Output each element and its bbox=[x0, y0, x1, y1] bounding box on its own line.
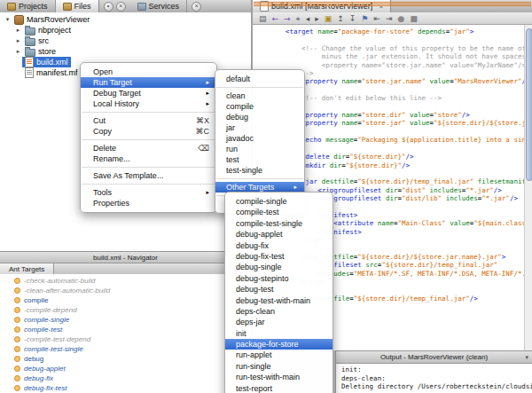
expander-icon[interactable]: ▸ bbox=[14, 27, 22, 34]
menu-item-deps-clean[interactable]: deps-clean bbox=[225, 306, 332, 317]
last-edit-icon[interactable]: ▤ bbox=[259, 13, 267, 24]
menu-item-default[interactable]: default bbox=[215, 74, 304, 84]
menu-item-debug-test[interactable]: debug-test bbox=[225, 284, 332, 295]
find-next-icon[interactable]: ▸ bbox=[315, 13, 319, 24]
navigator-title: build.xml - Navigator bbox=[93, 254, 158, 262]
menu-item-tools[interactable]: Tools▸ bbox=[81, 187, 216, 198]
ant-target-compile-single[interactable]: compile-single bbox=[0, 315, 251, 325]
menu-item-rename[interactable]: Rename... bbox=[81, 153, 216, 164]
shift-line-left-icon[interactable]: ⇤ bbox=[373, 13, 380, 24]
menu-item-compile-single[interactable]: compile-single bbox=[225, 196, 332, 207]
menu-item-properties[interactable]: Properties bbox=[81, 198, 216, 208]
menu-item-test-single[interactable]: test-single bbox=[215, 165, 304, 176]
code-line: minus the .jar extension. It should not … bbox=[286, 52, 532, 60]
menu-item-debug-fix-test[interactable]: debug-fix-test bbox=[225, 251, 332, 262]
menu-item-debug-single[interactable]: debug-single bbox=[225, 262, 332, 272]
menu-item-debug-applet[interactable]: debug-applet bbox=[225, 229, 332, 240]
toggle-highlight-search-icon[interactable]: ▣ bbox=[325, 13, 332, 24]
ant-target-debug[interactable]: debug bbox=[0, 354, 251, 364]
menu-item-package-for-store[interactable]: package-for-store bbox=[225, 339, 332, 350]
ant-target-icon bbox=[14, 346, 20, 352]
code-line: <echo message="Packaging ${application.t… bbox=[286, 136, 532, 144]
back-icon[interactable]: ← bbox=[272, 13, 279, 24]
ant-target-compile-test-depend[interactable]: -compile-test-depend bbox=[0, 334, 251, 344]
find-selection-icon[interactable]: ⌖ bbox=[296, 13, 301, 24]
menu-item-debug-test-with-main[interactable]: debug-test-with-main bbox=[225, 295, 332, 306]
tab-services[interactable]: Services bbox=[130, 0, 188, 12]
menu-item-test-report[interactable]: test-report bbox=[225, 383, 332, 393]
tab-build-xml[interactable]: build.xml [MarsRoverViewer] × bbox=[253, 0, 391, 12]
menu-item-clean[interactable]: clean bbox=[215, 90, 304, 101]
menu-item-label: debug-stepinto bbox=[236, 273, 289, 284]
tab-projects[interactable]: Projects bbox=[0, 0, 56, 12]
menu-item-run-test-with-main[interactable]: run-test-with-main bbox=[225, 372, 332, 382]
menu-item-debug[interactable]: debug bbox=[215, 112, 304, 122]
find-previous-icon[interactable]: ◂ bbox=[306, 13, 310, 24]
scrollbar-thumb[interactable] bbox=[526, 28, 532, 181]
menu-item-delete[interactable]: Delete⌫ bbox=[81, 143, 216, 153]
tree-item-store[interactable]: ▸store bbox=[0, 46, 251, 57]
menu-item-label: Debug Target bbox=[93, 88, 141, 98]
menu-item-test[interactable]: test bbox=[215, 154, 304, 165]
menu-separator bbox=[216, 87, 303, 88]
expander-icon[interactable]: ▾ bbox=[4, 16, 12, 23]
tree-item-src[interactable]: ▸src bbox=[0, 35, 251, 46]
next-bookmark-icon[interactable]: ↧ bbox=[349, 13, 356, 24]
menu-item-run[interactable]: run bbox=[215, 144, 304, 154]
ant-target-compile[interactable]: compile bbox=[0, 295, 251, 305]
editor-scrollbar[interactable] bbox=[524, 25, 532, 350]
stop-macro-icon[interactable]: ■ bbox=[410, 13, 418, 24]
menu-item-copy[interactable]: Copy⌘C bbox=[81, 126, 216, 137]
menu-item-label: compile-test-single bbox=[236, 218, 302, 229]
ant-target-compile-test[interactable]: compile-test bbox=[0, 325, 251, 334]
submenu-arrow-icon: ▸ bbox=[206, 77, 209, 88]
ant-target-compile-test-single[interactable]: compile-test-single bbox=[0, 344, 251, 354]
menu-item-init[interactable]: init bbox=[225, 328, 332, 339]
tree-item-nbproject[interactable]: ▸nbproject bbox=[0, 25, 251, 35]
menu-item-cut[interactable]: Cut⌘X bbox=[81, 115, 216, 126]
toggle-bookmark-icon[interactable]: ⚑ bbox=[361, 13, 368, 24]
ant-target-debug-applet[interactable]: debug-applet bbox=[0, 364, 251, 373]
other-targets-submenu: compile-singlecompile-testcompile-test-s… bbox=[224, 192, 333, 393]
expander-icon[interactable]: ▸ bbox=[14, 37, 22, 44]
menu-item-run-single[interactable]: run-single bbox=[225, 361, 332, 372]
close-window-icon[interactable]: × bbox=[192, 2, 201, 12]
collapse-output-icon[interactable]: ▾ bbox=[525, 354, 528, 361]
ant-target-check-automatic-build[interactable]: -check-automatic-build bbox=[0, 276, 251, 286]
menu-item-compile[interactable]: compile bbox=[215, 101, 304, 112]
ant-target-clean-after-automatic-build[interactable]: -clean-after-automatic-build bbox=[0, 286, 251, 295]
ant-target-compile-depend[interactable]: -compile-depend bbox=[0, 305, 251, 315]
menu-item-open[interactable]: Open bbox=[81, 67, 216, 77]
menu-item-debug-stepinto[interactable]: debug-stepinto bbox=[225, 273, 332, 284]
tab-files[interactable]: Files bbox=[56, 0, 99, 12]
menu-item-label: debug-applet bbox=[236, 229, 283, 240]
ant-target-icon bbox=[14, 356, 20, 362]
ant-target-icon bbox=[14, 307, 20, 313]
menu-item-save-as-template[interactable]: Save As Template... bbox=[81, 170, 216, 181]
expander-icon[interactable]: ▸ bbox=[14, 48, 22, 55]
menu-item-run-target[interactable]: Run Target▸ bbox=[81, 77, 216, 88]
start-macro-icon[interactable]: ● bbox=[398, 13, 405, 24]
ant-target-label: compile bbox=[24, 296, 49, 304]
ant-target-debug-fix[interactable]: debug-fix bbox=[0, 373, 251, 383]
tree-item-marsroverviewer[interactable]: ▾MarsRoverViewer bbox=[0, 14, 251, 25]
menu-item-run-applet[interactable]: run-applet bbox=[225, 350, 332, 360]
previous-bookmark-icon[interactable]: ↥ bbox=[337, 13, 344, 24]
menu-item-debug-fix[interactable]: debug-fix bbox=[225, 240, 332, 251]
menu-item-javadoc[interactable]: javadoc bbox=[215, 133, 304, 144]
menu-item-label: javadoc bbox=[226, 133, 254, 144]
output-header[interactable]: Output - MarsRoverViewer (clean) ▾ bbox=[336, 350, 532, 364]
submenu-arrow-icon: ▸ bbox=[206, 187, 209, 198]
menu-shortcut: ⌫ bbox=[198, 143, 209, 153]
forward-icon[interactable]: → bbox=[284, 13, 291, 24]
menu-item-jar[interactable]: jar bbox=[215, 122, 304, 133]
ant-target-debug-fix-test[interactable]: debug-fix-test bbox=[0, 383, 251, 393]
menu-item-debug-target[interactable]: Debug Target▸ bbox=[81, 88, 216, 98]
menu-item-compile-test[interactable]: compile-test bbox=[225, 207, 332, 217]
menu-item-deps-jar[interactable]: deps-jar bbox=[225, 317, 332, 327]
shift-line-right-icon[interactable]: ⇥ bbox=[386, 13, 393, 24]
menu-item-compile-test-single[interactable]: compile-test-single bbox=[225, 218, 332, 229]
menu-item-local-history[interactable]: Local History▸ bbox=[81, 98, 216, 109]
close-window-group-icon[interactable]: × bbox=[116, 2, 126, 12]
minimize-window-icon[interactable]: • bbox=[104, 2, 113, 12]
